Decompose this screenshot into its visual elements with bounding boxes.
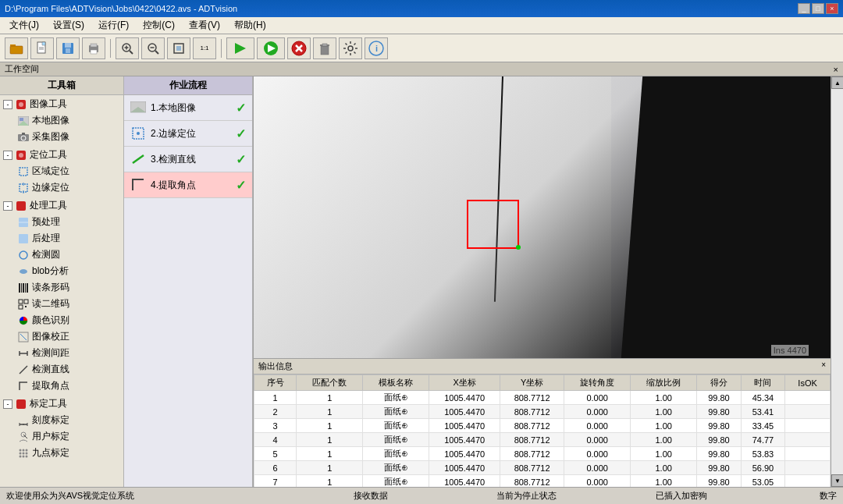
- toolbar-delete-button[interactable]: [313, 37, 336, 59]
- svg-rect-11: [91, 50, 97, 54]
- status-center: 接收数据: [301, 490, 441, 502]
- col-time: 时间: [741, 375, 785, 391]
- detect-distance-label: 检测间距: [32, 346, 69, 360]
- tree-group-locate-tools-header[interactable]: - 定位工具: [0, 147, 123, 163]
- menu-help[interactable]: 帮助(H): [228, 17, 272, 34]
- read-barcode-icon: [17, 282, 30, 294]
- workflow-step4-icon: [130, 177, 146, 193]
- tree-group-calibrate-tools-header[interactable]: - 标定工具: [0, 396, 123, 412]
- workflow-step-4[interactable]: 4.提取角点 ✓: [124, 172, 252, 198]
- table-cell: 0.000: [564, 405, 631, 419]
- image-tools-icon: [15, 98, 27, 111]
- svg-rect-58: [19, 300, 23, 303]
- status-right2: 已插入加密狗: [612, 490, 752, 502]
- table-cell: 面纸⊕: [363, 405, 429, 419]
- nine-calibrate-icon: [17, 447, 30, 460]
- col-template: 模板名称: [363, 375, 429, 391]
- tree-group-image-tools-header[interactable]: - 图像工具: [0, 96, 123, 112]
- scroll-down-button[interactable]: ▼: [831, 474, 843, 487]
- color-detect-icon: [17, 314, 30, 327]
- toolbar-run-step-button[interactable]: [226, 37, 254, 59]
- menu-file[interactable]: 文件(J): [3, 17, 45, 34]
- tree-item-read-barcode[interactable]: 读条形码: [0, 279, 123, 296]
- tree-item-pre-process[interactable]: 预处理: [0, 214, 123, 230]
- svg-point-34: [19, 102, 23, 107]
- toolbar-new-button[interactable]: [30, 37, 54, 59]
- tree-item-scale-calibrate[interactable]: 刻度标定: [0, 412, 123, 428]
- tree-item-user-calibrate[interactable]: 用户标定: [0, 428, 123, 445]
- maximize-button[interactable]: □: [812, 3, 824, 14]
- workflow-step-2[interactable]: 2.边缘定位 ✓: [124, 121, 252, 147]
- table-cell: [785, 419, 831, 433]
- output-table-container[interactable]: 序号 匹配个数 模板名称 X坐标 Y坐标 旋转角度 缩放比例 得分 时间 IsO…: [254, 374, 831, 487]
- toolbar-print-button[interactable]: [82, 37, 105, 59]
- tree-expand-process[interactable]: -: [3, 201, 12, 211]
- workflow-step4-check: ✓: [236, 178, 246, 193]
- close-button[interactable]: ×: [826, 3, 838, 14]
- tree-item-edge-locate[interactable]: 边缘定位: [0, 179, 123, 196]
- tree-item-nine-calibrate[interactable]: 九点标定: [0, 445, 123, 461]
- toolbar-open-button[interactable]: [5, 37, 28, 59]
- tree-item-detect-circle[interactable]: 检测圆: [0, 247, 123, 263]
- col-angle: 旋转角度: [564, 375, 631, 391]
- workflow-step2-icon: [130, 126, 146, 141]
- tree-item-area-locate[interactable]: 区域定位: [0, 163, 123, 179]
- toolbar-save-button[interactable]: [56, 37, 80, 59]
- tree-item-read-qrcode[interactable]: 读二维码: [0, 296, 123, 312]
- minimize-button[interactable]: _: [798, 3, 810, 14]
- tree-item-blob-analysis[interactable]: blob分析: [0, 263, 123, 279]
- tree-expand-image[interactable]: -: [3, 100, 12, 109]
- right-scrollbar[interactable]: ▲ ▼: [831, 76, 843, 487]
- output-close-button[interactable]: ×: [821, 360, 826, 372]
- menu-view[interactable]: 查看(V): [183, 17, 226, 34]
- svg-rect-55: [23, 283, 24, 293]
- table-cell: [785, 433, 831, 447]
- col-match: 匹配个数: [297, 375, 363, 391]
- tree-expand-locate[interactable]: -: [3, 151, 12, 160]
- blob-analysis-icon: [17, 265, 30, 278]
- scroll-up-button[interactable]: ▲: [831, 76, 843, 89]
- table-cell: 面纸⊕: [363, 433, 429, 447]
- detect-distance-icon: [17, 347, 30, 360]
- menu-run[interactable]: 运行(F): [92, 17, 135, 34]
- svg-point-42: [19, 153, 23, 158]
- table-cell: 0.000: [564, 461, 631, 475]
- tree-item-image-correct[interactable]: 图像校正: [0, 328, 123, 345]
- menu-control[interactable]: 控制(C): [137, 17, 181, 34]
- tree-item-color-detect[interactable]: 颜色识别: [0, 312, 123, 328]
- toolbar-zoom-actual-button[interactable]: 1:1: [193, 37, 216, 59]
- table-cell: 4: [254, 433, 297, 447]
- workflow-step-1[interactable]: 1.本地图像 ✓: [124, 95, 252, 121]
- status-right1: 当前为停止状态: [457, 490, 596, 502]
- workspace-close-button[interactable]: ×: [834, 65, 838, 74]
- toolbar-stop-button[interactable]: [287, 37, 311, 59]
- table-cell: 0.000: [564, 391, 631, 405]
- table-cell: 1005.4470: [429, 405, 500, 419]
- toolbar-run-all-button[interactable]: [257, 37, 285, 59]
- tree-item-detect-distance[interactable]: 检测间距: [0, 345, 123, 361]
- toolbar-zoom-in-button[interactable]: [116, 37, 139, 59]
- tree-item-capture-image[interactable]: 采集图像: [0, 129, 123, 145]
- tree-item-extract-corner[interactable]: 提取角点: [0, 378, 123, 394]
- table-cell: 面纸⊕: [363, 475, 429, 488]
- tree-item-detect-line[interactable]: 检测直线: [0, 361, 123, 378]
- toolbar-zoom-out-button[interactable]: [141, 37, 165, 59]
- tree-item-local-image[interactable]: 本地图像: [0, 112, 123, 129]
- tree-group-calibrate-tools: - 标定工具 刻度标定 用户标定: [0, 395, 123, 462]
- tree-group-locate-tools: - 定位工具 区域定位 边缘定位: [0, 146, 123, 197]
- toolbar-zoom-fit-button[interactable]: [167, 37, 190, 59]
- table-cell: 1.00: [631, 433, 697, 447]
- tree-expand-calibrate[interactable]: -: [3, 399, 12, 409]
- table-row: 61面纸⊕1005.4470808.77120.0001.0099.8056.9…: [254, 461, 831, 475]
- workflow-step-3[interactable]: 3.检测直线 ✓: [124, 147, 252, 172]
- detect-line-label: 检测直线: [32, 363, 69, 376]
- tree-item-post-process[interactable]: 后处理: [0, 230, 123, 247]
- menu-settings[interactable]: 设置(S): [47, 17, 91, 34]
- svg-rect-7: [65, 43, 71, 48]
- svg-line-64: [20, 334, 27, 340]
- tree-group-process-tools-header[interactable]: - 处理工具: [0, 197, 123, 214]
- toolbar-info-button[interactable]: i: [365, 37, 388, 59]
- title-bar-controls: _ □ ×: [798, 3, 838, 14]
- toolbar-settings-button[interactable]: [339, 37, 362, 59]
- svg-point-80: [23, 452, 25, 454]
